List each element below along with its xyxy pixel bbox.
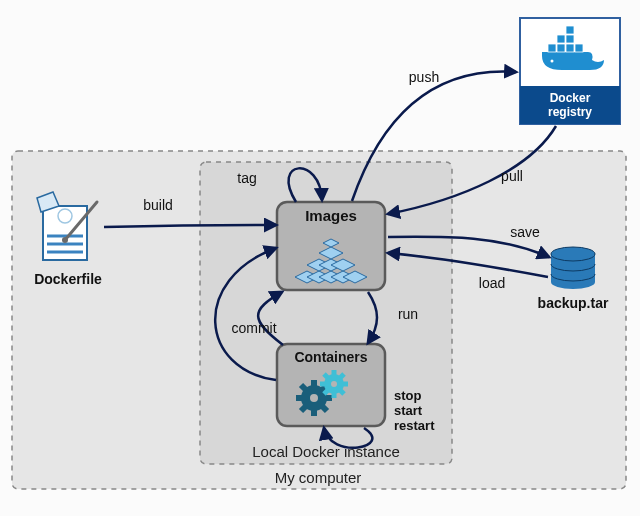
dockerfile-label: Dockerfile [34,271,102,287]
svg-rect-39 [566,35,574,43]
svg-rect-37 [575,44,583,52]
containers-label: Containers [294,349,367,365]
commit-label: commit [231,320,276,336]
svg-rect-34 [548,44,556,52]
pull-label: pull [501,168,523,184]
backup-tar-node [551,247,595,289]
svg-point-41 [551,60,554,63]
registry-label-2: registry [548,105,592,119]
svg-rect-36 [566,44,574,52]
containers-node: Containers [277,344,385,426]
registry-label-1: Docker [550,91,591,105]
push-label: push [409,69,439,85]
local-docker-label: Local Docker instance [252,443,400,460]
docker-registry-node: Docker registry [520,18,620,124]
run-label: run [398,306,418,322]
my-computer-label: My computer [275,469,362,486]
load-label: load [479,275,505,291]
build-label: build [143,197,173,213]
svg-point-25 [310,394,318,402]
svg-point-7 [62,237,68,243]
svg-rect-35 [557,44,565,52]
save-label: save [510,224,540,240]
start-label: start [394,403,423,418]
restart-label: restart [394,418,435,433]
stop-label: stop [394,388,422,403]
svg-point-31 [331,381,337,387]
images-node: Images [277,202,385,290]
svg-rect-38 [557,35,565,43]
backup-label: backup.tar [538,295,609,311]
svg-rect-40 [566,26,574,34]
images-label: Images [305,207,357,224]
svg-point-44 [551,275,595,289]
tag-label: tag [237,170,256,186]
